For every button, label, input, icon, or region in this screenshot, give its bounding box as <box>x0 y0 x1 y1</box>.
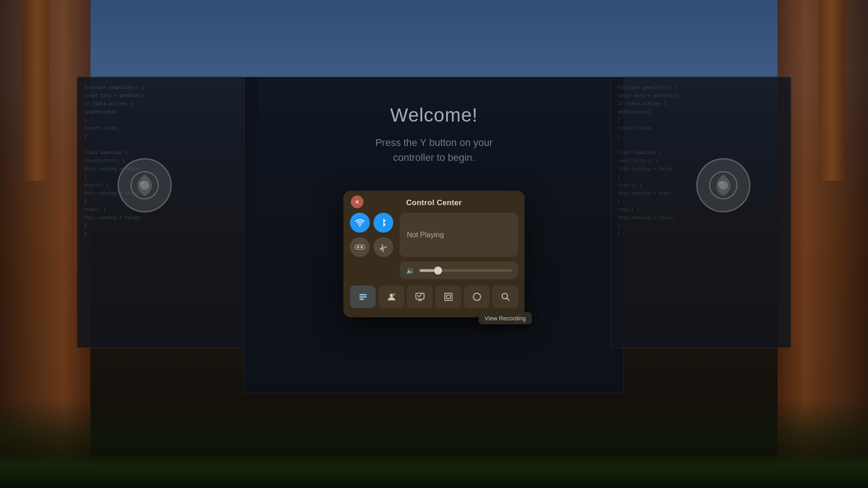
svg-rect-8 <box>359 296 367 298</box>
vr-toggle[interactable] <box>350 237 370 257</box>
wifi-toggle[interactable] <box>350 213 370 233</box>
toolbar-screenshot-button[interactable] <box>435 286 461 308</box>
svg-rect-7 <box>359 294 367 296</box>
volume-icon: 🔉 <box>406 266 415 275</box>
cc-top-row: Not Playing <box>350 213 518 257</box>
svg-point-6 <box>360 246 363 249</box>
cc-body: Not Playing 🔉 <box>344 213 524 310</box>
svg-rect-9 <box>359 299 364 300</box>
toolbar-profile-button[interactable]: ! <box>378 286 404 308</box>
svg-rect-4 <box>355 245 365 249</box>
cc-toolbar: ! <box>350 284 518 310</box>
toggle-row-2 <box>350 237 395 257</box>
bluetooth-toggle[interactable] <box>373 213 393 233</box>
toolbar-circle-button[interactable] <box>464 286 490 308</box>
volume-widget: 🔉 <box>400 262 518 279</box>
svg-point-17 <box>473 293 481 300</box>
toolbar-home-button[interactable] <box>350 286 376 308</box>
svg-line-19 <box>507 298 509 300</box>
toolbar-display-button[interactable] <box>407 286 433 308</box>
cc-toggles <box>350 213 395 257</box>
airplane-toggle[interactable] <box>373 237 393 257</box>
control-center-header: × Control Center <box>344 191 524 213</box>
control-center-panel: × Control Center <box>344 191 524 317</box>
close-button[interactable]: × <box>351 196 363 208</box>
toggle-row-1 <box>350 213 395 233</box>
svg-rect-15 <box>445 293 452 300</box>
volume-slider-thumb <box>434 266 442 274</box>
now-playing-widget: Not Playing <box>400 213 518 257</box>
control-center-title: Control Center <box>406 198 462 207</box>
volume-row: 🔉 <box>350 262 518 279</box>
toolbar-search-button[interactable]: View Recording <box>492 286 518 308</box>
svg-rect-16 <box>447 295 450 299</box>
volume-spacer <box>350 262 395 279</box>
svg-point-5 <box>357 246 359 249</box>
volume-slider-track[interactable] <box>420 269 512 272</box>
now-playing-text: Not Playing <box>407 231 444 239</box>
